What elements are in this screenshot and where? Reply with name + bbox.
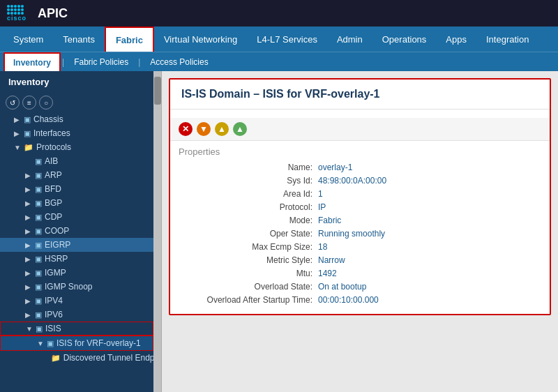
hsrp-label: HSRP	[45, 254, 68, 264]
protocols-label: Protocols	[36, 142, 71, 152]
content-area: Inventory ↺ ≡ ○ ▶ ▣ Chassis ▶ ▣ Interfac…	[0, 71, 558, 392]
nav-tenants[interactable]: Tenants	[53, 27, 105, 52]
nav-system[interactable]: System	[3, 27, 53, 52]
aib-label: AIB	[45, 156, 58, 166]
nav-l4l7[interactable]: L4-L7 Services	[247, 27, 327, 52]
prop-label: Name:	[179, 163, 318, 172]
eigrp-icon: ▣	[35, 241, 42, 250]
cdp-label: CDP	[45, 212, 62, 222]
prop-label: Area Id:	[179, 189, 318, 199]
circle-icon[interactable]: ○	[39, 96, 53, 110]
nav-operations[interactable]: Operations	[372, 27, 437, 52]
tree-protocols[interactable]: ▼ 📁 Protocols	[0, 140, 153, 154]
prop-row: Name:overlay-1	[179, 163, 541, 172]
properties-section: Properties Name:overlay-1Sys Id:48:98:00…	[170, 141, 550, 314]
prop-row: Sys Id:48:98:00:0A:00:00	[179, 176, 541, 186]
tree-chassis[interactable]: ▶ ▣ Chassis	[0, 112, 153, 126]
sidebar: Inventory ↺ ≡ ○ ▶ ▣ Chassis ▶ ▣ Interfac…	[0, 71, 153, 392]
tree-bgp[interactable]: ▶ ▣ BGP	[0, 196, 153, 210]
properties-container: Name:overlay-1Sys Id:48:98:00:0A:00:00Ar…	[179, 163, 541, 305]
bgp-arrow: ▶	[25, 199, 33, 207]
prop-row: Mtu:1492	[179, 269, 541, 278]
prop-row: Area Id:1	[179, 189, 541, 199]
cisco-logo: cisco	[7, 5, 27, 22]
tree-isis[interactable]: ▼ ▣ ISIS	[0, 322, 153, 336]
prop-row: Mode:Fabric	[179, 216, 541, 225]
isis-label: ISIS	[45, 324, 61, 333]
prop-row: Overload After Startup Time:00:00:10:00.…	[179, 295, 541, 305]
cdp-icon: ▣	[35, 213, 42, 222]
bgp-label: BGP	[45, 198, 62, 208]
tree-coop[interactable]: ▶ ▣ COOP	[0, 224, 153, 238]
tree-ipv6[interactable]: ▶ ▣ IPV6	[0, 308, 153, 322]
sub-nav-sep-2: |	[138, 57, 140, 67]
bfd-label: BFD	[45, 184, 61, 194]
tree-ipv4[interactable]: ▶ ▣ IPV4	[0, 294, 153, 308]
main-nav: System Tenants Fabric Virtual Networking…	[0, 27, 558, 52]
tree-bfd[interactable]: ▶ ▣ BFD	[0, 182, 153, 196]
subnav-access-policies[interactable]: Access Policies	[142, 52, 216, 71]
prop-label: Mode:	[179, 216, 318, 225]
hsrp-arrow: ▶	[25, 255, 33, 263]
subnav-inventory[interactable]: Inventory	[3, 52, 61, 71]
nav-apps[interactable]: Apps	[436, 27, 476, 52]
tree-interfaces[interactable]: ▶ ▣ Interfaces	[0, 126, 153, 140]
prop-row: Protocol:IP	[179, 202, 541, 212]
protocols-icon: 📁	[24, 143, 33, 152]
nav-virtual-networking[interactable]: Virtual Networking	[154, 27, 247, 52]
cisco-dots	[7, 5, 27, 15]
prop-row: Oper State:Running smoothly	[179, 229, 541, 239]
cdp-arrow: ▶	[25, 213, 33, 221]
detail-title: IS-IS Domain – ISIS for VRF-overlay-1	[170, 80, 550, 110]
prop-row: Metric Style:Narrow	[179, 255, 541, 265]
cisco-text: cisco	[7, 15, 27, 22]
tree-hsrp[interactable]: ▶ ▣ HSRP	[0, 252, 153, 266]
tree-arp[interactable]: ▶ ▣ ARP	[0, 168, 153, 182]
apic-title: APIC	[38, 6, 68, 21]
refresh-icon[interactable]: ↺	[6, 96, 20, 110]
bgp-icon: ▣	[35, 199, 42, 208]
prop-value: Fabric	[318, 216, 341, 225]
properties-title: Properties	[179, 146, 541, 157]
sub-nav-sep-1: |	[62, 57, 64, 67]
isis-vrf-icon: ▣	[47, 339, 54, 348]
sidebar-controls: ↺ ≡ ○	[0, 93, 153, 112]
coop-label: COOP	[45, 226, 69, 236]
list-icon[interactable]: ≡	[22, 96, 36, 110]
ipv6-arrow: ▶	[25, 311, 33, 319]
tree-eigrp[interactable]: ▶ ▣ EIGRP	[0, 238, 153, 252]
subnav-fabric-policies[interactable]: Fabric Policies	[66, 52, 137, 71]
status-red-icon: ✕	[179, 122, 193, 136]
prop-value: 48:98:00:0A:00:00	[318, 176, 386, 186]
prop-label: Oper State:	[179, 229, 318, 239]
discovered-label: Discovered Tunnel Endpoints	[63, 353, 153, 363]
prop-value: overlay-1	[318, 163, 352, 172]
prop-label: Sys Id:	[179, 176, 318, 186]
igmp-snoop-label: IGMP Snoop	[45, 282, 92, 292]
tree-isis-vrf[interactable]: ▼ ▣ ISIS for VRF-overlay-1	[0, 336, 153, 351]
prop-label: Overload State:	[179, 282, 318, 292]
aib-arrow	[25, 158, 33, 165]
sub-nav: Inventory | Fabric Policies | Access Pol…	[0, 52, 558, 71]
nav-integration[interactable]: Integration	[476, 27, 538, 52]
tree-igmp-snoop[interactable]: ▶ ▣ IGMP Snoop	[0, 280, 153, 294]
status-green-icon: ▲	[233, 122, 247, 136]
status-bar: ✕ ▼ ▲ ▲	[170, 118, 550, 141]
igmp-icon: ▣	[35, 269, 42, 278]
top-bar: cisco APIC	[0, 0, 558, 27]
tree-igmp[interactable]: ▶ ▣ IGMP	[0, 266, 153, 280]
prop-value: IP	[318, 202, 326, 212]
tree-discovered[interactable]: 📁 Discovered Tunnel Endpoints	[0, 351, 153, 365]
prop-label: Max Ecmp Size:	[179, 242, 318, 252]
nav-fabric[interactable]: Fabric	[105, 27, 154, 52]
prop-value: 1	[318, 189, 323, 199]
tree-cdp[interactable]: ▶ ▣ CDP	[0, 210, 153, 224]
ipv6-icon: ▣	[35, 310, 42, 319]
tree-aib[interactable]: ▣ AIB	[0, 154, 153, 168]
status-yellow-icon: ▲	[215, 122, 229, 136]
discovered-icon: 📁	[51, 354, 61, 363]
eigrp-label: EIGRP	[45, 240, 70, 250]
chassis-arrow: ▶	[14, 116, 22, 123]
sidebar-title: Inventory	[0, 71, 153, 93]
nav-admin[interactable]: Admin	[327, 27, 372, 52]
